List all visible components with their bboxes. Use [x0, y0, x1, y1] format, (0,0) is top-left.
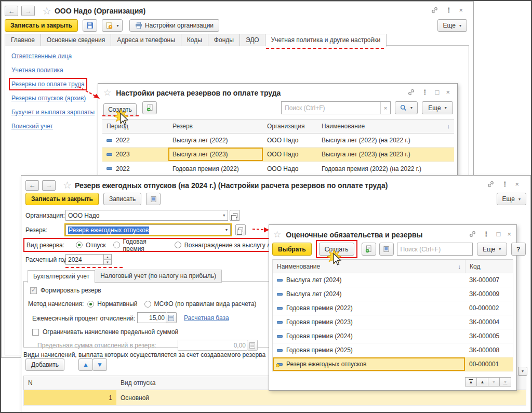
maximize-icon[interactable]: □	[497, 231, 501, 237]
save-button[interactable]: Записать	[103, 193, 141, 205]
search-input[interactable]	[282, 102, 380, 114]
limit-checkbox[interactable]: Ограничивать начисление предельной суммо…	[32, 328, 178, 336]
get-link-icon[interactable]	[469, 230, 476, 238]
link-rezervy-otpuskov-arhiv[interactable]: Резервы отпусков (архив)	[11, 95, 86, 102]
tab-nalogovyj-uchet[interactable]: Налоговый учет (по налогу на прибыль)	[95, 270, 222, 283]
dropdown-icon[interactable]: ▾	[224, 228, 229, 232]
favorite-star-icon[interactable]: ☆	[103, 87, 111, 98]
close-window-icon[interactable]: ×	[507, 231, 511, 237]
favorite-star-icon[interactable]: ☆	[63, 179, 72, 191]
org-settings-button[interactable]: Настройки организации	[129, 19, 219, 32]
link-uchetnaya-politika[interactable]: Учетная политика	[11, 66, 63, 74]
tab-kody[interactable]: Коды	[181, 34, 208, 46]
open-org-button[interactable]	[230, 210, 240, 221]
table-row[interactable]: 2022 Годовая премия (2022) ООО Надо Годо…	[102, 162, 454, 176]
close-window-icon[interactable]: ×	[515, 181, 519, 188]
add-button[interactable]: Добавить	[25, 358, 64, 371]
calc-button[interactable]	[166, 312, 177, 323]
search-options-button[interactable]: ▾	[395, 101, 418, 114]
radio-normativnyj[interactable]: Нормативный	[87, 300, 137, 308]
list-row[interactable]: Годовая премия (2022) 00-000002	[273, 301, 513, 315]
list-row[interactable]: Годовая премия (2025) ЗК-000008	[273, 343, 513, 357]
clear-search-icon[interactable]: ×	[380, 102, 390, 114]
move-up-button[interactable]: ▲	[78, 358, 93, 371]
list-row[interactable]: Годовая премия (2023) ЗК-000004	[273, 315, 513, 329]
org-field[interactable]: ООО Надо ▾	[65, 210, 228, 221]
reports-list-button[interactable]	[146, 193, 161, 205]
menu-kebab-icon[interactable]: ⋮	[483, 231, 490, 237]
go-next-button[interactable]: ▼	[488, 377, 500, 387]
table-header[interactable]: Период Резерв Организация Наименование↓	[102, 119, 454, 134]
get-link-icon[interactable]	[487, 180, 495, 188]
close-window-icon[interactable]: ×	[459, 7, 463, 14]
get-link-icon[interactable]	[431, 6, 438, 14]
dropdown-icon[interactable]: ▾	[221, 213, 227, 218]
get-link-icon[interactable]	[407, 88, 415, 96]
menu-kebab-icon[interactable]: ⋮	[422, 89, 429, 96]
limit-field[interactable]: 0,00	[178, 340, 247, 351]
save-close-button[interactable]: Записать и закрыть	[25, 193, 99, 205]
select-button[interactable]: Выбрать	[272, 243, 312, 256]
tab-glavnoe[interactable]: Главное	[5, 34, 41, 46]
save-button[interactable]	[83, 19, 97, 32]
link-buhuchet-zarplata[interactable]: Бухучет и выплата зарплаты	[11, 109, 95, 116]
tab-uchetnaya-politika[interactable]: Учетная политика и другие настройки	[265, 34, 387, 47]
radio-otpusk[interactable]: Отпуск	[76, 242, 105, 249]
menu-kebab-icon[interactable]: ⋮	[445, 7, 452, 14]
back-button[interactable]: ←	[5, 6, 18, 16]
radio-msfo[interactable]: МСФО (по правилам вида расчета)	[144, 300, 257, 308]
tab-edo[interactable]: ЭДО	[240, 34, 265, 46]
close-window-icon[interactable]: ×	[446, 89, 450, 96]
reserve-field[interactable]: Резерв ежегодных отпусков ▾	[65, 224, 231, 235]
table-row[interactable]: 2022 Выслуга лет (2022) ООО Надо Выслуга…	[102, 134, 454, 148]
forward-button[interactable]: →	[21, 6, 35, 16]
spin-up-icon[interactable]: ▲	[104, 255, 111, 260]
help-button[interactable]: ?	[511, 243, 526, 256]
go-last-button[interactable]: ▼	[499, 377, 511, 387]
create-group-button[interactable]	[142, 101, 157, 114]
favorite-star-icon[interactable]: ☆	[273, 229, 281, 240]
open-reserve-button[interactable]	[235, 224, 246, 235]
accruals-table-row[interactable]: 1 Основной	[23, 390, 526, 406]
year-spinner[interactable]: ▲▼	[104, 254, 112, 265]
percent-field[interactable]: 15,00	[137, 312, 166, 323]
menu-kebab-icon[interactable]: ⋮	[501, 181, 508, 188]
more-button[interactable]: Еще▾	[437, 19, 467, 32]
save-close-button[interactable]: Записать и закрыть	[5, 19, 78, 32]
list-view-button[interactable]	[379, 243, 394, 256]
calc-base-link[interactable]: Расчетная база	[184, 314, 229, 322]
combo-dropdown-button[interactable]: ▾	[518, 367, 527, 376]
list-row[interactable]: Выслуга лет (2024) ЗК-000009	[273, 287, 513, 301]
link-rezervy-po-oplate-truda[interactable]: Резервы по оплате труда	[11, 81, 85, 88]
link-otvetstvennye-lica[interactable]: Ответственные лица	[11, 52, 72, 60]
list-row-selected[interactable]: Резерв ежегодных отпусков 00-000001	[273, 357, 513, 371]
more-button[interactable]: Еще▾	[497, 193, 526, 205]
tab-fondy[interactable]: Фонды	[208, 34, 240, 46]
table-row-selected[interactable]: 2023 Выслуга лет (2023) ООО Надо Выслуга…	[102, 148, 454, 162]
create-group-button[interactable]	[362, 243, 376, 256]
list-row[interactable]: Годовая премия (2024) ЗК-000005	[273, 329, 513, 343]
radio-voznagrazhdenie[interactable]: Вознаграждение за выслугу л	[175, 242, 271, 249]
change-history-button[interactable]: ▾	[102, 19, 123, 32]
tab-osnovnye-svedeniya[interactable]: Основные сведения	[41, 34, 111, 46]
tab-buhgalterskij-uchet[interactable]: Бухгалтерский учет	[28, 270, 95, 283]
maximize-icon[interactable]: □	[435, 89, 440, 96]
tab-adresa-telefony[interactable]: Адреса и телефоны	[111, 34, 181, 46]
click-cursor-create-reserves	[111, 108, 134, 131]
radio-godovaya-premiya[interactable]: Годовая премия	[113, 238, 167, 252]
form-reserve-checkbox[interactable]: Формировать резерв	[30, 287, 101, 294]
go-first-button[interactable]: ▲	[465, 377, 477, 387]
move-down-button[interactable]: ▼	[92, 358, 107, 371]
search-input[interactable]	[397, 243, 484, 255]
link-voinskij-uchet[interactable]: Воинский учет	[11, 123, 53, 130]
more-button[interactable]: Еще▾	[422, 101, 453, 114]
list-row[interactable]: Выслуга лет (2024) ЗК-000007	[273, 273, 513, 287]
forward-button[interactable]: →	[42, 180, 56, 191]
spin-down-icon[interactable]: ▼	[104, 260, 111, 264]
go-prev-button[interactable]: ▲	[476, 377, 488, 387]
back-button[interactable]: ←	[25, 180, 39, 191]
year-field[interactable]: 2024	[65, 254, 104, 265]
list-header[interactable]: Наименование↓ Код	[273, 259, 513, 273]
favorite-star-icon[interactable]: ☆	[42, 5, 51, 17]
more-button[interactable]: Еще▾	[477, 243, 507, 256]
